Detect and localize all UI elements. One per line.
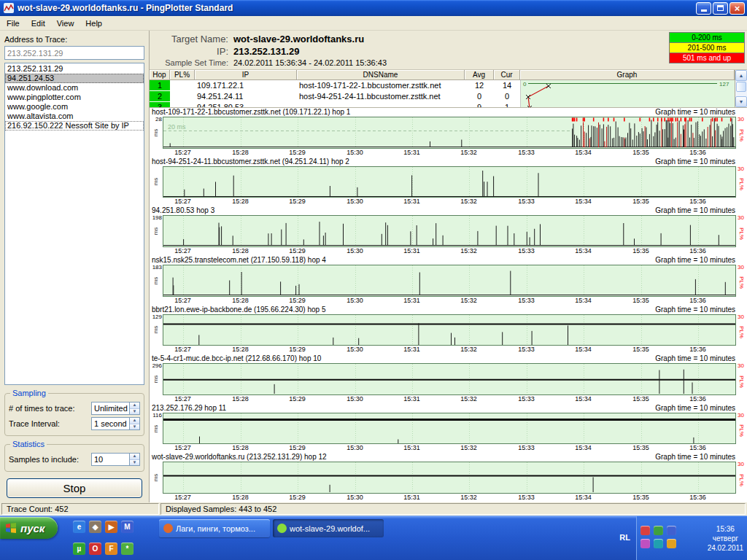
time-tick: 15:33	[517, 297, 536, 304]
column-header-hop[interactable]: Hop	[150, 70, 170, 79]
pl-axis-max: 30	[738, 314, 744, 320]
taskbar-task[interactable]: Лаги, пинги, тормоз...	[159, 519, 270, 537]
tray-icon-5[interactable]	[654, 539, 663, 548]
column-header-ip[interactable]: IP	[195, 70, 297, 79]
tray-icon-2[interactable]	[654, 526, 663, 535]
menu-item-view[interactable]: View	[51, 17, 80, 30]
spin-up-icon[interactable]: ▲	[130, 402, 139, 409]
time-tick: 15:27	[174, 395, 193, 402]
column-header-pl%[interactable]: PL%	[170, 70, 195, 79]
samples-to-include-value[interactable]: 10	[91, 453, 129, 466]
target-list-item[interactable]: www.altavista.com	[5, 112, 144, 121]
spin-down-icon[interactable]: ▼	[130, 424, 139, 430]
time-tick: 15:32	[460, 149, 479, 156]
timeline-hop-5: bbrt21.lon.ewe-ip-backbone.de (195.66.22…	[150, 306, 747, 355]
language-indicator[interactable]: RL	[619, 533, 630, 542]
times-to-trace-spinner[interactable]: Unlimited ▲▼	[91, 402, 140, 415]
spin-up-icon[interactable]: ▲	[130, 454, 139, 460]
tray-icon-4[interactable]	[640, 539, 650, 548]
minimize-button[interactable]	[696, 2, 711, 15]
spinner-buttons: ▲▼	[129, 453, 140, 466]
time-tick: 15:33	[517, 149, 536, 156]
ms-axis-label: ms	[152, 326, 159, 334]
column-header-graph[interactable]: Graph	[520, 70, 735, 79]
time-tick: 15:29	[288, 297, 307, 304]
quick-launch-icon-4[interactable]: M	[121, 521, 133, 533]
hop-graph-svg: 0127	[521, 80, 735, 108]
time-tick: 15:28	[231, 444, 250, 451]
stop-button[interactable]: Stop	[7, 478, 142, 498]
sample-set-time-label: Sample Set Time:	[152, 58, 228, 68]
task-buttons: Лаги, пинги, тормоз...wot-slave-29.world…	[159, 519, 384, 537]
scrollbar-thumb[interactable]	[736, 82, 746, 92]
time-tick: 15:28	[231, 346, 250, 353]
time-axis: 15:2715:2815:2915:3015:3115:3215:3315:34…	[150, 395, 747, 404]
scroll-down-icon[interactable]: ▼	[735, 96, 747, 107]
times-to-trace-value[interactable]: Unlimited	[91, 402, 129, 415]
timeline-graph[interactable]: 20 ms	[163, 117, 736, 149]
internet-explorer-icon[interactable]: e	[73, 521, 85, 533]
start-button[interactable]: пуск	[0, 517, 58, 539]
target-list-item[interactable]: 216.92.150.222 Nessoft Site by IP	[5, 121, 144, 131]
samples-to-include-spinner[interactable]: 10 ▲▼	[91, 453, 140, 466]
time-tick: 15:31	[403, 494, 422, 501]
time-tick: 15:35	[632, 346, 651, 353]
maximize-button[interactable]	[713, 2, 728, 15]
column-header-avg[interactable]: Avg	[465, 70, 494, 79]
timeline-graph[interactable]	[163, 462, 736, 494]
spin-down-icon[interactable]: ▼	[130, 460, 139, 466]
packet-loss-axis: 30PL%	[736, 166, 747, 198]
target-list: 213.252.131.2994.251.24.53www.download.c…	[4, 63, 144, 385]
spin-up-icon[interactable]: ▲	[130, 418, 139, 424]
target-list-item[interactable]: 213.252.131.29	[5, 64, 144, 74]
pl-axis-label: PL%	[738, 276, 745, 289]
menu-item-file[interactable]: File	[1, 17, 26, 30]
timeline-graph[interactable]	[163, 166, 736, 198]
close-button[interactable]: ×	[729, 2, 745, 15]
tray-icon-1[interactable]	[640, 526, 650, 535]
spin-down-icon[interactable]: ▼	[130, 409, 139, 415]
menu-item-help[interactable]: Help	[80, 17, 108, 30]
tray-icon-3[interactable]	[667, 526, 676, 535]
firefox-icon[interactable]: F	[105, 542, 117, 555]
quick-launch-icon-5[interactable]: µ	[73, 542, 85, 555]
timeline-graph[interactable]	[163, 314, 736, 346]
time-tick: 15:36	[689, 494, 708, 501]
timeline-title: host-94-251-24-11.bbcustomer.zsttk.net (…	[152, 158, 349, 166]
trace-interval-spinner[interactable]: 1 second ▲▼	[91, 417, 140, 430]
target-list-item[interactable]: 94.251.24.53	[5, 74, 144, 83]
column-header-dnsname[interactable]: DNSName	[297, 70, 465, 79]
taskbar-task[interactable]: wot-slave-29.worldof...	[273, 519, 384, 537]
table-scrollbar[interactable]: ▲ ▼	[735, 70, 747, 107]
quick-launch-icon-8[interactable]: *	[121, 542, 133, 555]
sidebar: Address to Trace: 213.252.131.2994.251.2…	[0, 31, 150, 502]
time-tick: 15:27	[174, 444, 193, 451]
graph-time-label: Graph time = 10 minutes	[655, 306, 735, 314]
column-header-cur[interactable]: Cur	[494, 70, 520, 79]
timeline-graph[interactable]	[163, 363, 736, 395]
timeline-graph[interactable]	[163, 215, 736, 247]
timeline-graph[interactable]	[163, 265, 736, 297]
cell-avg: 12	[465, 80, 494, 91]
target-list-item[interactable]: www.google.com	[5, 102, 144, 112]
opera-icon[interactable]: O	[89, 542, 101, 555]
trace-interval-value[interactable]: 1 second	[91, 417, 129, 430]
time-tick: 15:34	[574, 395, 593, 402]
menu-item-edit[interactable]: Edit	[26, 17, 51, 30]
system-tray: 15:36 четверг 24.02.2011	[636, 516, 747, 560]
time-tick: 15:28	[231, 149, 250, 156]
address-input[interactable]	[4, 46, 144, 60]
timeline-graph[interactable]	[163, 413, 736, 445]
quick-launch-icon-2[interactable]: ◆	[89, 521, 101, 533]
pl-axis-max: 30	[738, 412, 744, 419]
scroll-up-icon[interactable]: ▲	[735, 70, 747, 81]
quick-launch-icon-3[interactable]: ▶	[105, 521, 117, 533]
hop-graph-column: 0127	[520, 80, 735, 108]
taskbar-clock[interactable]: 15:36 четверг 24.02.2011	[708, 524, 743, 553]
target-list-item[interactable]: www.pingplotter.com	[5, 93, 144, 102]
time-tick: 15:33	[517, 395, 536, 402]
tray-icon-6[interactable]	[667, 539, 676, 548]
start-label: пуск	[20, 522, 44, 534]
target-list-item[interactable]: www.download.com	[5, 83, 144, 93]
timeline-graph-svg	[163, 413, 735, 444]
